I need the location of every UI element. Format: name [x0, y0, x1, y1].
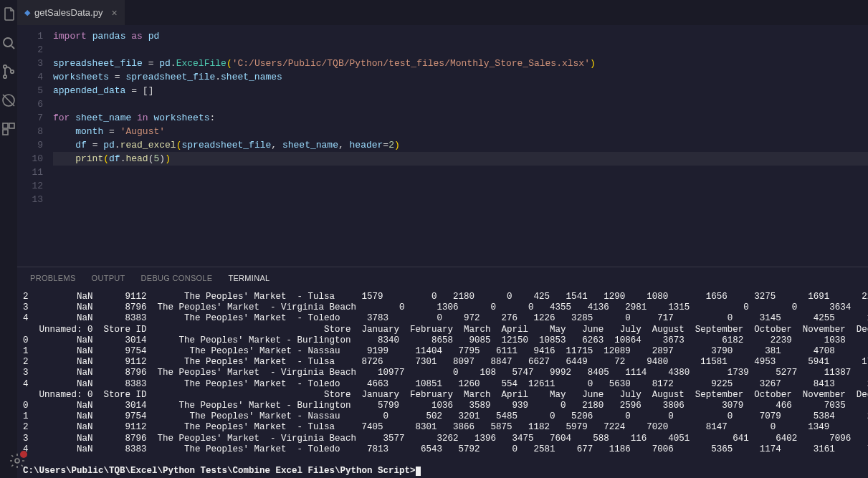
problems-tab[interactable]: PROBLEMS	[30, 274, 76, 282]
terminal-output[interactable]: 2 NaN 9112 The Peoples' Market - Tulsa 1…	[17, 289, 868, 478]
svg-point-8	[15, 459, 19, 463]
close-tab-icon[interactable]: ×	[111, 7, 117, 19]
debug-icon[interactable]	[0, 92, 17, 109]
svg-rect-7	[3, 130, 8, 135]
svg-rect-6	[9, 123, 14, 128]
line-gutter: 1 2 3 4 5 6 7 8 9 10 11 12 13	[17, 25, 53, 267]
tab-filename: getSalesData.py	[34, 7, 102, 18]
debug-console-tab[interactable]: DEBUG CONSOLE	[141, 274, 213, 282]
activity-bar	[0, 0, 17, 478]
editor-tab[interactable]: ◆ getSalesData.py ×	[17, 0, 125, 25]
files-icon[interactable]	[0, 6, 17, 23]
terminal-tab[interactable]: TERMINAL	[228, 274, 270, 282]
tab-bar: ◆ getSalesData.py ×	[17, 0, 868, 25]
search-icon[interactable]	[0, 34, 17, 52]
bottom-panel: PROBLEMS OUTPUT DEBUG CONSOLE TERMINAL 1…	[17, 267, 868, 478]
settings-gear-icon[interactable]	[9, 452, 26, 472]
editor-area[interactable]: 1 2 3 4 5 6 7 8 9 10 11 12 13 import pan…	[17, 25, 868, 267]
source-control-icon[interactable]	[0, 63, 17, 80]
svg-point-2	[4, 75, 6, 78]
extensions-icon[interactable]	[0, 120, 17, 138]
code-content[interactable]: import pandas as pd spreadsheet_file = p…	[53, 25, 868, 267]
svg-point-0	[4, 38, 12, 47]
svg-rect-5	[3, 123, 8, 128]
update-badge	[20, 451, 27, 458]
panel-tabs: PROBLEMS OUTPUT DEBUG CONSOLE TERMINAL 1…	[17, 267, 868, 289]
python-file-icon: ◆	[24, 8, 30, 17]
output-tab[interactable]: OUTPUT	[92, 274, 125, 282]
svg-point-1	[4, 65, 6, 68]
